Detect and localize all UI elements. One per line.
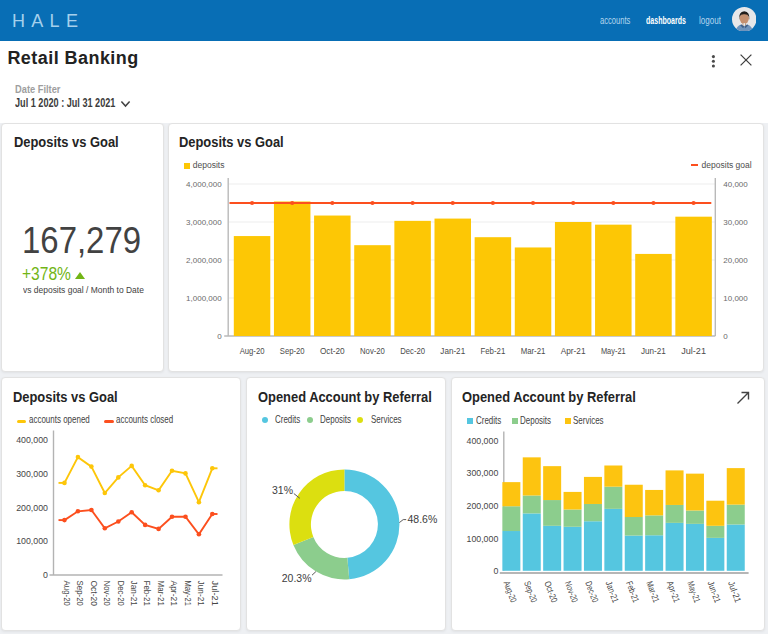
svg-text:Feb-21: Feb-21 bbox=[480, 346, 505, 356]
svg-text:100,000: 100,000 bbox=[466, 534, 498, 544]
svg-text:Apr-21: Apr-21 bbox=[560, 346, 585, 356]
svg-text:Mar-21: Mar-21 bbox=[156, 581, 166, 606]
svg-text:Sep-20: Sep-20 bbox=[75, 581, 85, 606]
svg-text:Oct-20: Oct-20 bbox=[89, 581, 99, 606]
svg-text:Nov-20: Nov-20 bbox=[102, 581, 112, 606]
svg-text:20.3%: 20.3% bbox=[282, 572, 312, 584]
svg-text:Jan-21: Jan-21 bbox=[129, 581, 139, 606]
svg-text:May-21: May-21 bbox=[685, 580, 702, 604]
svg-text:Mar-21: Mar-21 bbox=[520, 346, 545, 356]
svg-text:400,000: 400,000 bbox=[466, 436, 498, 446]
svg-text:48.6%: 48.6% bbox=[408, 513, 438, 525]
svg-text:Sep-20: Sep-20 bbox=[279, 346, 304, 356]
svg-text:3,000,000: 3,000,000 bbox=[186, 218, 222, 227]
svg-text:Apr-21: Apr-21 bbox=[169, 581, 179, 606]
svg-text:1,000,000: 1,000,000 bbox=[186, 294, 222, 303]
svg-text:Dec-20: Dec-20 bbox=[400, 346, 425, 356]
svg-text:31%: 31% bbox=[272, 484, 293, 496]
svg-text:Aug-20: Aug-20 bbox=[502, 580, 519, 604]
svg-text:Jan-21: Jan-21 bbox=[440, 346, 465, 356]
svg-text:300,000: 300,000 bbox=[16, 469, 48, 479]
svg-text:Jul-21: Jul-21 bbox=[726, 580, 743, 604]
svg-text:Jul-21: Jul-21 bbox=[681, 346, 706, 356]
svg-text:May-21: May-21 bbox=[183, 581, 193, 606]
svg-text:Feb-21: Feb-21 bbox=[142, 581, 152, 606]
svg-text:Sep-20: Sep-20 bbox=[522, 580, 539, 604]
svg-text:Jun-21: Jun-21 bbox=[641, 346, 666, 356]
svg-text:200,000: 200,000 bbox=[466, 501, 498, 511]
svg-text:Aug-20: Aug-20 bbox=[239, 346, 264, 356]
svg-text:0: 0 bbox=[723, 332, 728, 341]
svg-text:30,000: 30,000 bbox=[723, 218, 748, 227]
svg-text:Jul-21: Jul-21 bbox=[210, 581, 220, 606]
svg-text:300,000: 300,000 bbox=[466, 468, 498, 478]
svg-text:Oct-20: Oct-20 bbox=[319, 346, 344, 356]
svg-text:Nov-20: Nov-20 bbox=[563, 580, 580, 604]
svg-text:0: 0 bbox=[43, 570, 48, 580]
svg-text:200,000: 200,000 bbox=[16, 503, 48, 513]
svg-text:May-21: May-21 bbox=[600, 346, 625, 356]
svg-text:20,000: 20,000 bbox=[723, 256, 748, 265]
svg-text:2,000,000: 2,000,000 bbox=[186, 256, 222, 265]
svg-text:Apr-21: Apr-21 bbox=[665, 580, 682, 604]
svg-text:Nov-20: Nov-20 bbox=[360, 346, 385, 356]
svg-text:100,000: 100,000 bbox=[16, 536, 48, 546]
svg-text:Dec-20: Dec-20 bbox=[583, 580, 600, 604]
svg-text:Dec-20: Dec-20 bbox=[116, 581, 126, 606]
svg-text:Aug-20: Aug-20 bbox=[62, 581, 72, 606]
svg-text:Jun-21: Jun-21 bbox=[196, 581, 206, 606]
svg-text:Jun-21: Jun-21 bbox=[706, 580, 723, 604]
svg-text:400,000: 400,000 bbox=[16, 435, 48, 445]
svg-text:Oct-20: Oct-20 bbox=[542, 580, 559, 604]
svg-text:Feb-21: Feb-21 bbox=[624, 580, 641, 604]
svg-text:Mar-21: Mar-21 bbox=[644, 580, 661, 604]
svg-text:0: 0 bbox=[493, 566, 498, 576]
svg-text:10,000: 10,000 bbox=[723, 294, 748, 303]
svg-text:40,000: 40,000 bbox=[723, 180, 748, 189]
svg-text:Jan-21: Jan-21 bbox=[604, 580, 621, 604]
svg-text:4,000,000: 4,000,000 bbox=[186, 180, 222, 189]
svg-text:0: 0 bbox=[217, 332, 222, 341]
